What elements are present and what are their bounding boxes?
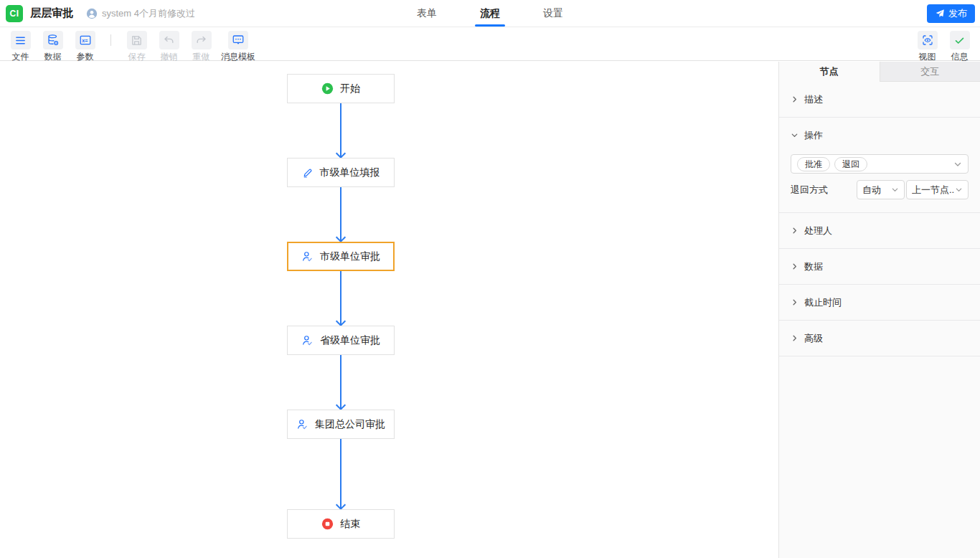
user-avatar-icon: [86, 8, 98, 19]
chevron-down-icon: [953, 160, 962, 169]
main-tabs: 表单 流程 设置: [412, 0, 568, 27]
message-template-icon: [228, 31, 248, 49]
flow-connector-arrow: [340, 271, 341, 326]
section-description: 描述: [779, 82, 980, 118]
section-advanced-header[interactable]: 高级: [791, 321, 969, 356]
flow-node-end[interactable]: 结束: [287, 509, 395, 539]
svg-text:x=: x=: [82, 38, 88, 44]
edit-icon: [302, 167, 314, 179]
panel-tab-interaction[interactable]: 交互: [880, 62, 980, 82]
panel-tabs: 节点 交互: [779, 62, 980, 82]
view-icon: [918, 31, 938, 49]
message-template-button[interactable]: 消息模板: [217, 31, 259, 63]
parameters-icon: x=: [75, 31, 95, 49]
return-mode-select[interactable]: 自动: [857, 180, 905, 199]
chevron-down-icon: [791, 131, 798, 139]
chevron-down-icon: [891, 186, 899, 194]
node-label: 省级单位审批: [320, 334, 380, 347]
flow-connector-arrow: [340, 439, 341, 509]
section-advanced: 高级: [779, 321, 980, 356]
return-mode-label: 退回方式: [791, 184, 857, 197]
return-target-select[interactable]: 上一节点...: [906, 180, 969, 199]
toolbar: 文件 数据 x= 参数: [0, 27, 980, 61]
save-button[interactable]: 保存: [121, 31, 153, 63]
approver-icon: [301, 334, 314, 346]
approver-icon: [296, 418, 308, 430]
params-button[interactable]: x= 参数: [69, 31, 101, 63]
data-button[interactable]: 数据: [37, 31, 69, 63]
flow-node-group-approval[interactable]: 集团总公司审批: [287, 410, 395, 439]
section-deadline: 截止时间: [779, 285, 980, 321]
section-operation-header[interactable]: 操作: [791, 118, 969, 153]
action-tag-return[interactable]: 退回: [834, 157, 867, 171]
check-icon: [950, 31, 970, 49]
tab-settings[interactable]: 设置: [538, 0, 568, 27]
tab-flow[interactable]: 流程: [475, 0, 505, 27]
flow-node-start[interactable]: 开始: [287, 74, 395, 103]
chevron-down-icon: [955, 186, 963, 194]
section-data: 数据: [779, 249, 980, 285]
menu-icon: [11, 31, 31, 49]
node-label: 开始: [340, 82, 360, 95]
action-tag-approve[interactable]: 批准: [797, 157, 830, 171]
section-handler: 处理人: [779, 213, 980, 249]
view-button[interactable]: 视图: [911, 31, 943, 63]
last-modified-info: system 4个月前修改过: [102, 7, 195, 20]
start-icon: [321, 82, 334, 95]
chevron-right-icon: [791, 95, 798, 103]
chevron-right-icon: [791, 298, 798, 306]
flow-connector-arrow: [340, 187, 341, 242]
redo-button[interactable]: 重做: [185, 31, 217, 63]
redo-icon: [192, 31, 212, 49]
send-icon: [935, 9, 945, 19]
flow-node-province-approval[interactable]: 省级单位审批: [287, 326, 395, 355]
chevron-right-icon: [791, 227, 798, 235]
app-header: CI 层层审批 system 4个月前修改过 表单 流程 设置 发布: [0, 0, 980, 27]
flow-connector-arrow: [340, 103, 341, 158]
app-logo: CI: [6, 5, 23, 22]
database-icon: [43, 31, 63, 49]
properties-panel: 节点 交互 描述 操作 批准 退回 退回方式: [778, 62, 980, 558]
node-label: 市级单位填报: [320, 166, 380, 179]
section-handler-header[interactable]: 处理人: [791, 213, 969, 248]
chevron-right-icon: [791, 263, 798, 270]
toolbar-left-group: 文件 数据 x= 参数: [4, 31, 259, 63]
file-button[interactable]: 文件: [4, 31, 37, 63]
section-deadline-header[interactable]: 截止时间: [791, 285, 969, 320]
approver-icon: [301, 250, 314, 263]
return-mode-row: 退回方式 自动 上一节点...: [791, 180, 969, 199]
section-operation: 操作 批准 退回 退回方式 自动 上一节点...: [779, 118, 980, 213]
toolbar-divider: [110, 34, 111, 46]
node-label: 集团总公司审批: [315, 418, 385, 431]
flow-node-city-fill[interactable]: 市级单位填报: [287, 158, 395, 187]
end-icon: [321, 518, 334, 530]
chevron-right-icon: [791, 334, 798, 342]
operation-body: 批准 退回 退回方式 自动 上一节点...: [791, 153, 969, 212]
avatar: [86, 8, 98, 19]
page-title: 层层审批: [30, 6, 73, 20]
actions-multiselect[interactable]: 批准 退回: [791, 154, 969, 174]
node-label: 结束: [340, 518, 360, 531]
info-button[interactable]: 信息: [943, 31, 976, 63]
panel-tab-node[interactable]: 节点: [779, 62, 880, 82]
flow-canvas[interactable]: 开始 市级单位填报 市级单位审批: [0, 62, 778, 558]
flow-node-city-approval[interactable]: 市级单位审批: [287, 242, 395, 271]
section-description-header[interactable]: 描述: [791, 82, 969, 117]
undo-button[interactable]: 撤销: [153, 31, 185, 63]
undo-icon: [159, 31, 179, 49]
section-data-header[interactable]: 数据: [791, 249, 969, 284]
tab-form[interactable]: 表单: [412, 0, 442, 27]
toolbar-right-group: 视图 信息: [911, 31, 976, 63]
publish-button[interactable]: 发布: [927, 4, 975, 23]
flow-connector-arrow: [340, 355, 341, 410]
save-icon: [127, 31, 147, 49]
node-label: 市级单位审批: [320, 250, 380, 263]
